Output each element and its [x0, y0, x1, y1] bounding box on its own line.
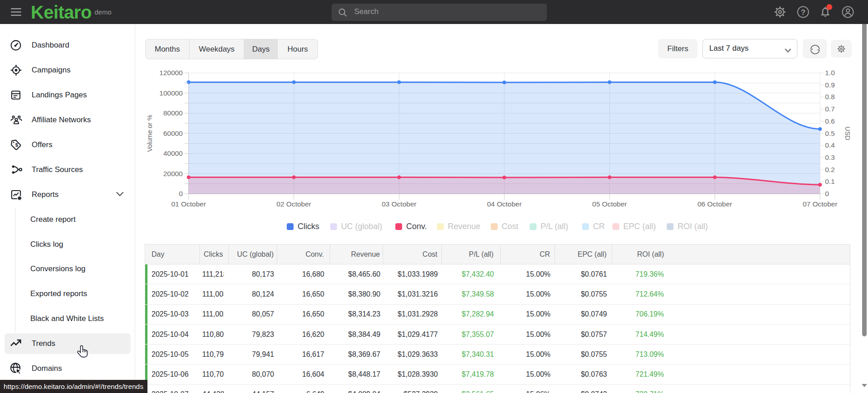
svg-text:$: $: [15, 142, 19, 148]
svg-text:03 October: 03 October: [382, 200, 417, 208]
svg-text:1.0: 1.0: [825, 69, 835, 77]
svg-text:0: 0: [179, 190, 183, 197]
svg-text:120000: 120000: [159, 69, 183, 77]
svg-text:0.7: 0.7: [825, 105, 835, 113]
svg-text:04 October: 04 October: [487, 200, 522, 208]
svg-text:80000: 80000: [163, 109, 183, 117]
svg-text:0.1: 0.1: [825, 177, 835, 185]
svg-text:0.2: 0.2: [825, 166, 835, 173]
svg-text:06 October: 06 October: [697, 200, 732, 208]
svg-text:60000: 60000: [163, 129, 183, 137]
svg-text:0.3: 0.3: [825, 153, 835, 161]
svg-text:?: ?: [801, 8, 805, 16]
svg-text:0.8: 0.8: [825, 93, 835, 101]
svg-text:USD: USD: [844, 126, 850, 140]
svg-text:0.4: 0.4: [825, 141, 835, 149]
svg-text:0: 0: [825, 190, 829, 197]
svg-text:01 October: 01 October: [171, 200, 206, 208]
svg-text:40000: 40000: [163, 149, 183, 157]
svg-text:05 October: 05 October: [592, 200, 627, 208]
svg-text:07 October: 07 October: [803, 200, 838, 208]
svg-text:100000: 100000: [159, 89, 183, 97]
svg-text:Volume or %: Volume or %: [146, 115, 153, 152]
svg-text:0.9: 0.9: [825, 81, 835, 89]
svg-text:0.5: 0.5: [825, 129, 835, 137]
svg-text:02 October: 02 October: [276, 200, 311, 208]
svg-text:0.6: 0.6: [825, 117, 835, 125]
svg-text:20000: 20000: [163, 170, 183, 177]
